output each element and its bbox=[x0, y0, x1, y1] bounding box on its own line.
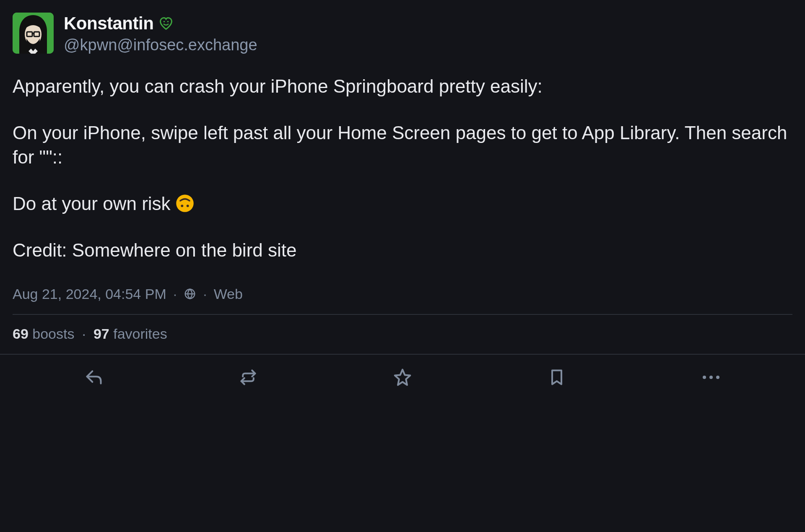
more-button[interactable] bbox=[698, 364, 724, 391]
more-icon bbox=[703, 376, 719, 379]
content-paragraph: Apparently, you can crash your iPhone Sp… bbox=[13, 74, 792, 99]
display-name: Konstantin bbox=[64, 13, 153, 34]
client-label: Web bbox=[214, 286, 243, 302]
boosts-label: boosts bbox=[32, 326, 74, 342]
avatar[interactable] bbox=[13, 13, 54, 54]
content-text: Do at your own risk bbox=[13, 193, 176, 214]
author-block[interactable]: Konstantin @kpwn@infosec.exchange bbox=[64, 13, 257, 54]
content-paragraph: Do at your own risk bbox=[13, 192, 792, 216]
heart-verified-icon bbox=[158, 16, 174, 31]
reply-icon bbox=[85, 368, 103, 387]
bookmark-button[interactable] bbox=[543, 364, 570, 391]
svg-point-5 bbox=[164, 21, 165, 23]
reply-button[interactable] bbox=[80, 364, 107, 391]
svg-point-7 bbox=[176, 195, 194, 213]
globe-icon bbox=[184, 288, 196, 300]
bookmark-icon bbox=[548, 368, 566, 387]
favorites-label: favorites bbox=[113, 326, 167, 342]
separator-dot: · bbox=[82, 326, 86, 342]
content-paragraph: Credit: Somewhere on the bird site bbox=[13, 238, 792, 262]
post-card: Konstantin @kpwn@infosec.exchange Appare… bbox=[0, 0, 805, 532]
svg-point-6 bbox=[167, 21, 169, 23]
boosts-count: 69 bbox=[13, 326, 29, 342]
post-stats: 69 boosts · 97 favorites bbox=[13, 315, 792, 354]
separator-dot: · bbox=[173, 286, 177, 302]
boosts-stat[interactable]: 69 boosts bbox=[13, 326, 74, 342]
star-icon bbox=[393, 368, 412, 387]
favorite-button[interactable] bbox=[389, 364, 416, 391]
post-meta: Aug 21, 2024, 04:54 PM · · Web bbox=[13, 286, 792, 315]
avatar-image bbox=[13, 13, 54, 54]
separator-dot: · bbox=[203, 286, 207, 302]
svg-point-9 bbox=[187, 205, 189, 208]
author-handle: @kpwn@infosec.exchange bbox=[64, 36, 257, 54]
timestamp[interactable]: Aug 21, 2024, 04:54 PM bbox=[13, 286, 166, 302]
action-bar bbox=[0, 354, 805, 397]
boost-icon bbox=[239, 368, 257, 387]
post-header: Konstantin @kpwn@infosec.exchange bbox=[13, 13, 792, 54]
boost-button[interactable] bbox=[235, 364, 262, 391]
svg-point-8 bbox=[181, 205, 183, 208]
post-content: Apparently, you can crash your iPhone Sp… bbox=[13, 74, 792, 262]
favorites-count: 97 bbox=[93, 326, 109, 342]
upside-down-face-icon bbox=[176, 194, 194, 213]
favorites-stat[interactable]: 97 favorites bbox=[93, 326, 167, 342]
content-paragraph: On your iPhone, swipe left past all your… bbox=[13, 121, 792, 169]
